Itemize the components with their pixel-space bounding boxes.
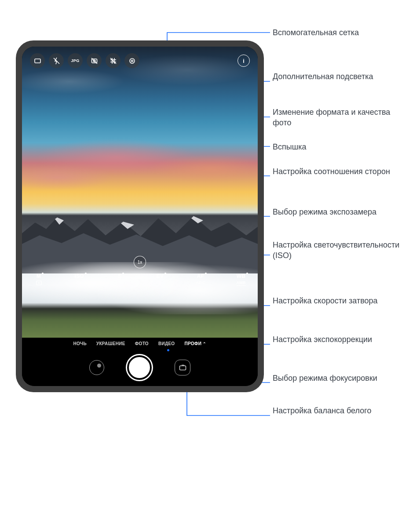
info-button[interactable]: i [237, 55, 250, 67]
ev-label: EV [157, 273, 164, 279]
fill-light-button[interactable] [87, 53, 102, 68]
callout-shutter: Настройка скорости затвора [273, 295, 378, 306]
switch-camera-button[interactable] [175, 360, 190, 375]
aspect-ratio-icon [34, 57, 41, 65]
ev-param[interactable]: EV 0 [151, 273, 169, 286]
svg-rect-30 [179, 366, 186, 370]
mode-beauty[interactable]: УКРАШЕНИЕ [96, 341, 125, 346]
svg-point-27 [131, 60, 133, 62]
shutter-value: 1/13 [116, 281, 124, 285]
metering-icon [36, 281, 42, 285]
svg-point-29 [38, 282, 40, 284]
shutter-param[interactable]: S 1/13 [111, 273, 128, 286]
af-param[interactable]: AF AF-C [192, 273, 209, 286]
fill-light-off-icon [91, 57, 98, 65]
gallery-thumbnail[interactable] [89, 360, 104, 375]
grid-button[interactable] [106, 53, 121, 68]
iso-label: ISO [74, 273, 84, 279]
mode-video[interactable]: ВИДЕО [158, 341, 175, 346]
grid-icon [110, 57, 117, 65]
wb-label: WB [237, 273, 245, 279]
af-label: AF [197, 273, 204, 279]
callout-iso: Настройка светочувствительности (ISO) [273, 240, 405, 261]
callout-aspect: Настройка соотношения сторон [273, 166, 390, 177]
svg-rect-16 [35, 59, 40, 63]
info-icon: i [243, 58, 245, 64]
svg-point-26 [130, 58, 135, 63]
svg-line-25 [110, 58, 116, 64]
gear-icon [128, 57, 136, 65]
metering-label: M [37, 273, 41, 279]
wb-value: AWB [237, 281, 246, 286]
mode-strip: НОЧЬ УКРАШЕНИЕ ФОТО ВИДЕО ПРОФИ⌃ [22, 341, 258, 346]
tablet-screen: JPG i 1x [22, 47, 258, 386]
mode-indicator-dot [167, 349, 169, 351]
callout-fill-light: Дополнительная подсветка [273, 71, 373, 82]
camera-viewfinder[interactable]: JPG i 1x [22, 47, 258, 338]
scene-mist [22, 262, 258, 314]
callout-focus: Выбор режима фокусировки [273, 373, 377, 383]
callout-grid: Вспомогательная сетка [273, 27, 359, 38]
mode-night[interactable]: НОЧЬ [73, 341, 87, 346]
settings-button[interactable] [124, 53, 139, 68]
aspect-ratio-button[interactable] [30, 53, 45, 68]
camera-top-toolbar: JPG i [22, 51, 258, 70]
callout-flash: Вспышка [273, 142, 306, 152]
mode-pro[interactable]: ПРОФИ⌃ [184, 341, 206, 346]
wb-param[interactable]: WB AWB [232, 273, 250, 286]
format-button[interactable]: JPG [68, 53, 83, 68]
iso-param[interactable]: ISO 400 [70, 273, 88, 286]
shutter-label: S [118, 273, 121, 279]
capture-controls [22, 355, 258, 380]
camera-bottom-bar: НОЧЬ УКРАШЕНИЕ ФОТО ВИДЕО ПРОФИ⌃ [22, 338, 258, 386]
pro-params-row: M ISO 400 S 1/13 EV 0 [30, 273, 250, 286]
chevron-up-icon: ⌃ [203, 342, 206, 346]
tablet-frame: JPG i 1x [16, 40, 264, 392]
callout-metering: Выбор режима экспозамера [273, 207, 376, 217]
af-value: AF-C [196, 281, 205, 285]
callout-format: Изменение формата и качества фото [273, 107, 405, 128]
shutter-button[interactable] [127, 355, 152, 380]
metering-param[interactable]: M [30, 273, 47, 286]
flash-button[interactable] [49, 53, 64, 68]
flash-off-icon [53, 57, 60, 65]
mode-photo[interactable]: ФОТО [135, 341, 149, 346]
zoom-indicator[interactable]: 1x [134, 256, 146, 268]
ev-value: 0 [159, 281, 161, 285]
callout-ev: Настройка экспокоррекции [273, 334, 372, 345]
callout-wb: Настройка баланса белого [273, 405, 371, 416]
iso-value: 400 [76, 281, 82, 285]
switch-camera-icon [179, 364, 186, 371]
